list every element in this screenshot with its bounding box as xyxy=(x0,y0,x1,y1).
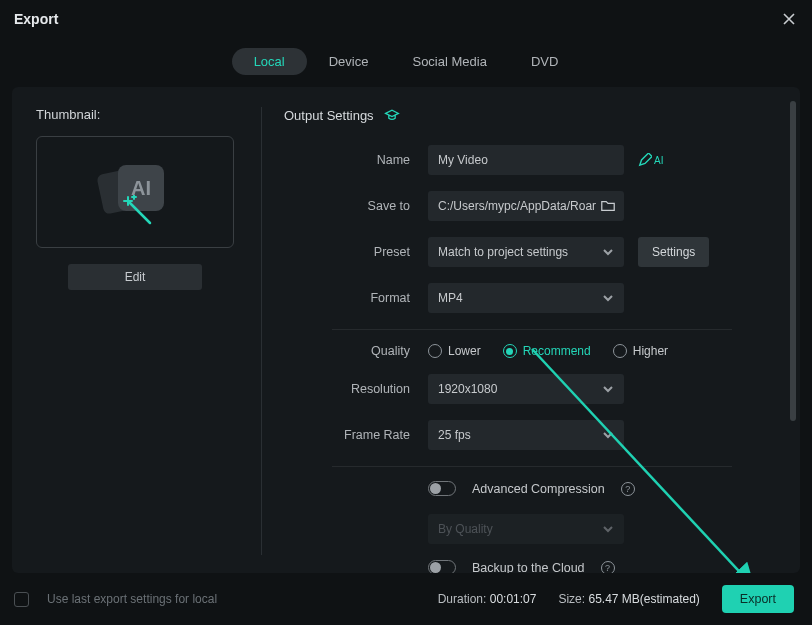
thumbnail-preview[interactable]: AI xyxy=(36,136,234,248)
output-settings-title: Output Settings xyxy=(284,108,374,123)
pencil-icon xyxy=(638,153,652,167)
format-select[interactable]: MP4 xyxy=(428,283,624,313)
duration-info: Duration: 00:01:07 xyxy=(438,592,537,606)
titlebar: Export xyxy=(0,0,812,32)
use-last-settings-label: Use last export settings for local xyxy=(47,592,217,606)
folder-icon xyxy=(600,198,616,214)
preset-settings-button[interactable]: Settings xyxy=(638,237,709,267)
export-tabs: Local Device Social Media DVD xyxy=(0,48,812,75)
divider xyxy=(332,466,732,467)
footer: Use last export settings for local Durat… xyxy=(0,573,812,625)
framerate-label: Frame Rate xyxy=(284,428,428,442)
close-button[interactable] xyxy=(780,10,798,28)
chevron-down-icon xyxy=(602,383,614,395)
chevron-down-icon xyxy=(602,246,614,258)
resolution-label: Resolution xyxy=(284,382,428,396)
quality-higher-radio[interactable]: Higher xyxy=(613,344,668,358)
quality-recommend-radio[interactable]: Recommend xyxy=(503,344,591,358)
framerate-select[interactable]: 25 fps xyxy=(428,420,624,450)
format-label: Format xyxy=(284,291,428,305)
name-label: Name xyxy=(284,153,428,167)
advanced-mode-select: By Quality xyxy=(428,514,624,544)
thumbnail-panel: Thumbnail: AI Edit xyxy=(36,107,261,555)
graduation-cap-icon xyxy=(384,107,400,123)
advanced-mode-value: By Quality xyxy=(438,522,493,536)
edit-thumbnail-button[interactable]: Edit xyxy=(68,264,202,290)
chevron-down-icon xyxy=(602,523,614,535)
preset-label: Preset xyxy=(284,245,428,259)
quality-radio-group: Lower Recommend Higher xyxy=(428,344,668,358)
tab-social-media[interactable]: Social Media xyxy=(390,48,508,75)
thumbnail-placeholder-icon: AI xyxy=(100,165,170,219)
backup-cloud-label: Backup to the Cloud xyxy=(472,561,585,574)
output-settings-header: Output Settings xyxy=(284,107,766,123)
thumbnail-label: Thumbnail: xyxy=(36,107,237,122)
export-button[interactable]: Export xyxy=(722,585,794,613)
saveto-label: Save to xyxy=(284,199,428,213)
size-info: Size: 65.47 MB(estimated) xyxy=(558,592,699,606)
backup-cloud-toggle[interactable] xyxy=(428,560,456,573)
magic-wand-icon xyxy=(122,195,156,233)
tab-dvd[interactable]: DVD xyxy=(509,48,580,75)
framerate-value: 25 fps xyxy=(438,428,471,442)
preset-value: Match to project settings xyxy=(438,245,568,259)
resolution-value: 1920x1080 xyxy=(438,382,497,396)
resolution-select[interactable]: 1920x1080 xyxy=(428,374,624,404)
browse-folder-button[interactable] xyxy=(600,198,616,214)
backup-cloud-help[interactable]: ? xyxy=(601,561,615,574)
window-title: Export xyxy=(14,11,58,27)
content-card: Thumbnail: AI Edit Output Settings Name xyxy=(12,87,800,573)
saveto-input[interactable] xyxy=(428,191,624,221)
use-last-settings-checkbox[interactable] xyxy=(14,592,29,607)
ai-rename-button[interactable]: AI xyxy=(638,153,663,167)
preset-select[interactable]: Match to project settings xyxy=(428,237,624,267)
format-value: MP4 xyxy=(438,291,463,305)
name-input[interactable] xyxy=(428,145,624,175)
quality-lower-radio[interactable]: Lower xyxy=(428,344,481,358)
chevron-down-icon xyxy=(602,429,614,441)
quality-label: Quality xyxy=(284,344,428,358)
chevron-down-icon xyxy=(602,292,614,304)
tab-local[interactable]: Local xyxy=(232,48,307,75)
export-window: Export Local Device Social Media DVD Thu… xyxy=(0,0,812,625)
advanced-compression-help[interactable]: ? xyxy=(621,482,635,496)
advanced-compression-toggle[interactable] xyxy=(428,481,456,496)
tab-device[interactable]: Device xyxy=(307,48,391,75)
scrollbar[interactable] xyxy=(790,101,796,421)
output-settings-panel: Output Settings Name AI Save to xyxy=(262,107,776,555)
advanced-compression-label: Advanced Compression xyxy=(472,482,605,496)
divider xyxy=(332,329,732,330)
close-icon xyxy=(782,12,796,26)
